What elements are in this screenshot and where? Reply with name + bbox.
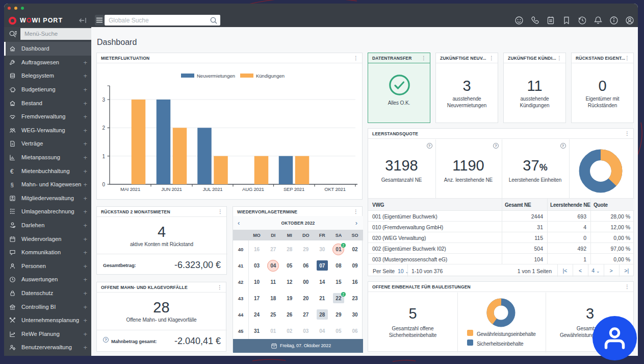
svg-text:OKT 2021: OKT 2021	[324, 186, 346, 192]
svg-text:0: 0	[102, 182, 105, 187]
svg-text:1: 1	[102, 154, 105, 159]
svg-text:Neuvermietungen: Neuvermietungen	[197, 73, 235, 79]
svg-text:SEP 2021: SEP 2021	[284, 186, 304, 192]
svg-text:Kündigungen: Kündigungen	[256, 73, 285, 79]
svg-text:2: 2	[102, 125, 105, 131]
svg-text:3: 3	[102, 97, 105, 103]
svg-text:JUL 2021: JUL 2021	[203, 186, 223, 192]
svg-text:€: €	[10, 168, 14, 175]
svg-text:§: §	[11, 182, 14, 188]
svg-text:JUN 2021: JUN 2021	[161, 186, 182, 192]
svg-text:AUG 2021: AUG 2021	[242, 186, 264, 192]
svg-text:MAI 2021: MAI 2021	[120, 186, 140, 192]
